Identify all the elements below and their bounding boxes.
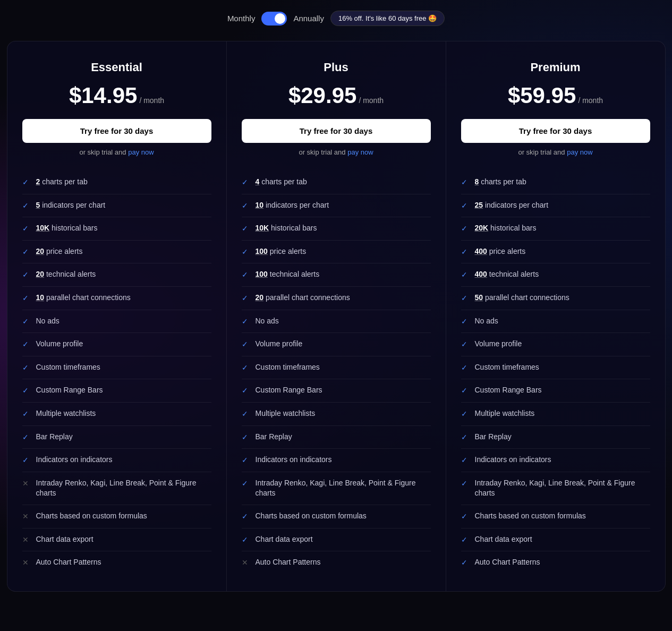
feature-text: Custom Range Bars	[475, 385, 650, 396]
check-yes-icon: ✓	[461, 409, 470, 420]
list-item: ✓Custom timeframes	[242, 356, 431, 380]
cross-icon: ✕	[22, 479, 29, 488]
feature-text: 50 parallel chart connections	[475, 293, 650, 303]
plan-plus-name: Plus	[242, 61, 431, 74]
checkmark-icon: ✓	[22, 433, 29, 441]
pay-now-link[interactable]: pay now	[347, 148, 373, 156]
list-item: ✓20 price alerts	[22, 241, 211, 264]
checkmark-icon: ✓	[22, 340, 29, 348]
feature-text: 25 indicators per chart	[475, 200, 650, 211]
price-period: / month	[578, 96, 603, 105]
plan-premium-cta-button[interactable]: Try free for 30 days	[461, 119, 650, 143]
annually-label: Annually	[293, 14, 324, 23]
plan-plus-features: ✓4 charts per tab✓10 indicators per char…	[242, 171, 431, 574]
list-item: ✓Custom Range Bars	[461, 379, 650, 403]
check-yes-icon: ✓	[22, 363, 31, 373]
feature-text: 20K historical bars	[475, 223, 650, 234]
checkmark-icon: ✓	[461, 340, 467, 348]
checkmark-icon: ✓	[461, 224, 467, 233]
feature-text: 20 price alerts	[36, 246, 211, 257]
feature-text: 10 parallel chart connections	[36, 293, 211, 303]
checkmark-icon: ✓	[461, 363, 467, 372]
checkmark-icon: ✓	[22, 248, 29, 256]
checkmark-icon: ✓	[22, 224, 29, 233]
checkmark-icon: ✓	[461, 456, 467, 464]
list-item: ✓No ads	[242, 310, 431, 334]
pay-now-link[interactable]: pay now	[128, 148, 154, 156]
check-yes-icon: ✓	[461, 224, 470, 234]
list-item: ✓Volume profile	[461, 333, 650, 356]
checkmark-icon: ✓	[22, 386, 29, 395]
plan-premium-skip-trial: or skip trial and pay now	[461, 148, 650, 156]
list-item: ✓400 price alerts	[461, 241, 650, 264]
list-item: ✓10K historical bars	[242, 217, 431, 241]
checkmark-icon: ✓	[461, 410, 467, 418]
feature-text: Intraday Renko, Kagi, Line Break, Point …	[256, 478, 431, 499]
list-item: ✓100 technical alerts	[242, 263, 431, 287]
list-item: ✕Intraday Renko, Kagi, Line Break, Point…	[22, 472, 211, 505]
feature-text: No ads	[36, 316, 211, 327]
feature-text: Charts based on custom formulas	[36, 511, 211, 522]
feature-text: Volume profile	[475, 339, 650, 349]
checkmark-icon: ✓	[461, 512, 467, 521]
check-no-icon: ✕	[22, 479, 31, 489]
list-item: ✓Charts based on custom formulas	[461, 505, 650, 528]
plan-premium-features: ✓8 charts per tab✓25 indicators per char…	[461, 171, 650, 574]
discount-text: 16% off. It's like 60 days free 🤩	[338, 14, 437, 22]
check-yes-icon: ✓	[461, 177, 470, 188]
check-yes-icon: ✓	[22, 177, 31, 188]
check-yes-icon: ✓	[461, 535, 470, 545]
price-amount: $29.95	[288, 83, 356, 108]
check-yes-icon: ✓	[242, 247, 250, 258]
check-yes-icon: ✓	[242, 177, 250, 188]
feature-text: Bar Replay	[475, 432, 650, 442]
check-yes-icon: ✓	[22, 270, 31, 280]
list-item: ✓Auto Chart Patterns	[461, 551, 650, 574]
check-yes-icon: ✓	[22, 432, 31, 443]
list-item: ✓Multiple watchlists	[22, 403, 211, 426]
cross-icon: ✕	[22, 512, 29, 521]
checkmark-icon: ✓	[242, 535, 248, 544]
list-item: ✓4 charts per tab	[242, 171, 431, 194]
checkmark-icon: ✓	[242, 433, 248, 441]
discount-badge: 16% off. It's like 60 days free 🤩	[330, 11, 445, 26]
billing-toggle-switch[interactable]	[261, 12, 287, 25]
plan-plus-cta-button[interactable]: Try free for 30 days	[242, 119, 431, 143]
checkmark-icon: ✓	[242, 317, 248, 326]
list-item: ✓Custom Range Bars	[242, 379, 431, 403]
feature-text: Custom Range Bars	[36, 385, 211, 396]
check-yes-icon: ✓	[22, 339, 31, 350]
feature-text: Auto Chart Patterns	[256, 557, 431, 568]
list-item: ✓Chart data export	[242, 528, 431, 552]
list-item: ✓Bar Replay	[242, 426, 431, 449]
plan-premium: Premium $59.95 / month Try free for 30 d…	[446, 41, 665, 591]
feature-text: Volume profile	[256, 339, 431, 349]
feature-text: 20 technical alerts	[36, 269, 211, 280]
checkmark-icon: ✓	[242, 178, 248, 186]
check-no-icon: ✕	[242, 558, 250, 568]
check-yes-icon: ✓	[242, 511, 250, 522]
plan-essential-name: Essential	[22, 61, 211, 74]
feature-text: Intraday Renko, Kagi, Line Break, Point …	[475, 478, 650, 499]
checkmark-icon: ✓	[461, 178, 467, 186]
list-item: ✓Custom Range Bars	[22, 379, 211, 403]
list-item: ✓20K historical bars	[461, 217, 650, 241]
checkmark-icon: ✓	[461, 558, 467, 567]
list-item: ✕Auto Chart Patterns	[22, 551, 211, 574]
check-no-icon: ✕	[22, 535, 31, 545]
plan-essential-cta-button[interactable]: Try free for 30 days	[22, 119, 211, 143]
price-period: / month	[139, 96, 164, 105]
feature-text: No ads	[475, 316, 650, 327]
checkmark-icon: ✓	[242, 456, 248, 464]
check-yes-icon: ✓	[22, 247, 31, 258]
list-item: ✓5 indicators per chart	[22, 194, 211, 218]
checkmark-icon: ✓	[22, 178, 29, 186]
price-amount: $59.95	[508, 83, 576, 108]
checkmark-icon: ✓	[22, 456, 29, 464]
list-item: ✓Indicators on indicators	[22, 449, 211, 472]
list-item: ✕Auto Chart Patterns	[242, 551, 431, 574]
checkmark-icon: ✓	[242, 512, 248, 521]
pay-now-link[interactable]: pay now	[567, 148, 592, 156]
check-yes-icon: ✓	[242, 386, 250, 396]
list-item: ✓2 charts per tab	[22, 171, 211, 194]
